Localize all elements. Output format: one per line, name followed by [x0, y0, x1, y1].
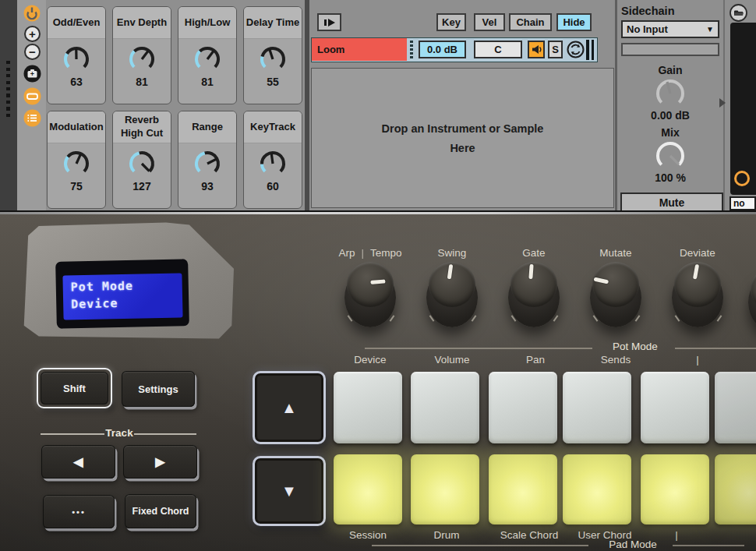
- mapping-list-icon[interactable]: [23, 109, 41, 127]
- key-button[interactable]: Key: [436, 13, 466, 31]
- macro-knob[interactable]: [244, 43, 302, 76]
- pot-label-device: Device: [335, 354, 405, 366]
- track-line: [134, 433, 196, 435]
- controller-top-edge: [0, 212, 756, 214]
- macro-value[interactable]: 63: [48, 76, 105, 88]
- device-activator-icon[interactable]: [23, 5, 41, 22]
- macro-value[interactable]: 127: [113, 180, 171, 192]
- hot-swap-icon[interactable]: [567, 41, 585, 58]
- pad-label-scale-chord: Scale Chord: [486, 529, 572, 541]
- macro-knob[interactable]: [178, 147, 236, 180]
- macro-knob[interactable]: [244, 147, 302, 180]
- pot-mode-line: [365, 348, 592, 349]
- pot-mode-line: [675, 348, 756, 349]
- macro-value[interactable]: 81: [178, 76, 236, 88]
- gain-label: Gain: [631, 64, 709, 76]
- mix-label: Mix: [631, 126, 709, 139]
- next-device-display: [730, 23, 756, 195]
- knob-label-swing: Swing: [417, 247, 487, 259]
- tick: [511, 315, 517, 322]
- orange-ring-control[interactable]: [734, 171, 750, 186]
- mix-knob[interactable]: [652, 139, 688, 176]
- chain-drag-handle[interactable]: [410, 41, 413, 59]
- sidechain-channel-select[interactable]: [621, 43, 719, 56]
- track-left-button: ◀: [41, 445, 115, 479]
- rack-drag-handle[interactable]: [6, 61, 10, 120]
- macro-value[interactable]: 81: [113, 76, 171, 88]
- chain-volume-field[interactable]: 0.0 dB: [419, 41, 466, 58]
- macro-knob[interactable]: [48, 43, 105, 76]
- macro-name: High/Low: [178, 7, 236, 39]
- chain-pan-field[interactable]: C: [474, 41, 522, 58]
- rack-device-divider: [305, 0, 309, 210]
- gain-knob[interactable]: [652, 76, 688, 114]
- mix-value[interactable]: 100 %: [631, 171, 709, 184]
- hide-button[interactable]: Hide: [556, 13, 592, 31]
- show-devices-button[interactable]: [317, 13, 341, 31]
- macro-knob[interactable]: [48, 147, 105, 180]
- macro-remove-button[interactable]: −: [24, 44, 41, 60]
- macro-panel-reverb-high-cut: Reverb High Cut 127: [112, 111, 171, 209]
- deviate-knob: [670, 260, 725, 332]
- lcd-screen: Pot Mode Device: [62, 273, 182, 320]
- knob-label-mutate: Mutate: [581, 247, 651, 259]
- tick: [390, 315, 395, 322]
- tick: [472, 315, 477, 322]
- instrument-drop-zone[interactable]: Drop an Instrument or Sample Here: [311, 68, 614, 208]
- vel-button[interactable]: Vel: [474, 13, 505, 31]
- svg-text:+: +: [30, 70, 34, 78]
- tempo-knob: [343, 260, 397, 332]
- gain-value[interactable]: 0.00 dB: [631, 109, 709, 122]
- mute-button[interactable]: Mute: [620, 192, 723, 212]
- macro-panel-delay-time: Delay Time 55: [243, 6, 302, 104]
- macro-knob[interactable]: [113, 43, 171, 76]
- macro-value[interactable]: 60: [244, 180, 302, 192]
- unfold-arrow-icon[interactable]: [719, 98, 726, 108]
- macro-value[interactable]: 93: [178, 180, 236, 192]
- pot-label-pan: Pan: [500, 354, 571, 366]
- macro-panel-odd-even: Odd/Even 63: [47, 6, 106, 104]
- macro-knob[interactable]: [113, 147, 171, 180]
- macro-panel-high-low: High/Low 81: [178, 6, 237, 104]
- macro-name: Range: [178, 111, 236, 143]
- pad-label-drum: Drum: [408, 529, 486, 541]
- shift-button: Shift: [37, 368, 112, 408]
- macro-value[interactable]: 55: [244, 76, 302, 88]
- knob-label-gate: Gate: [499, 247, 569, 259]
- pot-label-custom: |: [662, 354, 733, 366]
- macro-knob[interactable]: [178, 43, 236, 76]
- chain-button[interactable]: Chain: [509, 13, 552, 31]
- tick: [593, 315, 599, 322]
- tick: [553, 315, 559, 322]
- drop-text-line1: Drop an Instrument or Sample: [382, 122, 544, 135]
- fold-play-icon: [323, 18, 336, 27]
- macro-value[interactable]: 75: [48, 180, 105, 192]
- chain-name[interactable]: Loom: [312, 38, 407, 61]
- browse-folder-icon[interactable]: [730, 4, 747, 22]
- pad-lit: [411, 454, 479, 525]
- tick: [635, 315, 641, 322]
- macro-name: Env Depth: [113, 7, 171, 39]
- arp-label: Arp: [338, 247, 355, 259]
- chain-mute-speaker-button[interactable]: [528, 41, 545, 58]
- pot-label-sends: Sends: [581, 354, 651, 366]
- fixed-chord-button: Fixed Chord: [125, 494, 196, 528]
- minus-icon: −: [29, 46, 36, 58]
- pad-mode-line: [673, 545, 744, 546]
- mode-field[interactable]: no: [730, 196, 756, 210]
- pad: [563, 372, 631, 443]
- pad-label-session: Session: [329, 529, 407, 541]
- pot-label-volume: Volume: [417, 354, 487, 366]
- track-label: Track: [104, 427, 134, 439]
- drop-text-line2: Here: [450, 142, 475, 154]
- track-line: [41, 433, 104, 435]
- pad-lit: [334, 454, 402, 525]
- left-arrow-icon: ◀: [73, 454, 83, 469]
- show-macro-controls-icon[interactable]: [23, 87, 41, 105]
- macro-name: KeyTrack: [244, 111, 302, 143]
- macro-variation-camera-icon[interactable]: +: [23, 65, 41, 83]
- macro-add-button[interactable]: +: [24, 26, 41, 42]
- sidechain-input-select[interactable]: No Input ▼: [621, 20, 719, 38]
- knob-partial: [747, 265, 756, 337]
- chain-solo-button[interactable]: S: [548, 41, 563, 58]
